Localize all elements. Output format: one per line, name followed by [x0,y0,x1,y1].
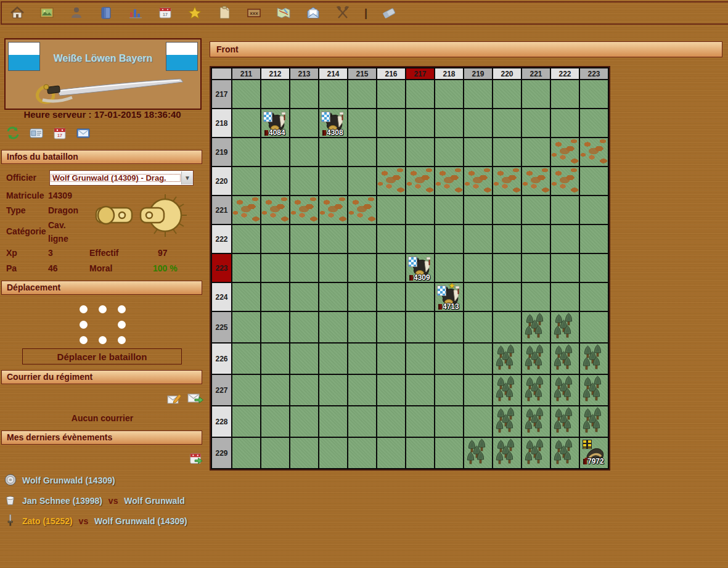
map-cell-226-214[interactable] [319,343,348,374]
map-cell-224-222[interactable] [550,282,579,311]
map-cell-217-215[interactable] [348,80,377,109]
calendar-icon[interactable]: 17 [157,5,173,21]
map-cell-226-220[interactable] [493,343,521,374]
map-cell-222-223[interactable] [579,224,608,253]
event-text[interactable]: Wolf Grunwald (14309) [22,475,115,485]
mail-icon[interactable] [305,5,321,21]
map-cell-229-220[interactable] [493,437,521,469]
map-cell-219-220[interactable] [493,138,521,167]
unit-4713[interactable]: ★4713 [435,283,463,311]
map-cell-219-223[interactable] [579,138,608,167]
map-cell-218-216[interactable] [377,109,406,138]
map-cell-217-217[interactable] [406,80,435,109]
map-cell-225-213[interactable] [290,311,319,343]
map-cell-221-214[interactable] [319,196,348,224]
unit-7972[interactable]: 7972 [580,438,608,466]
map-cell-219-216[interactable] [377,138,406,167]
event-text[interactable]: Wolf Grunwald (14309) [94,516,187,526]
map-cell-228-211[interactable] [232,406,261,437]
map-cell-223-220[interactable] [493,253,521,282]
map-cell-225-221[interactable] [521,311,550,343]
map-cell-219-211[interactable] [232,138,261,167]
chevron-down-icon[interactable]: ▼ [181,171,193,184]
map-cell-220-214[interactable] [319,167,348,196]
map-cell-226-215[interactable] [348,343,377,374]
map-cell-229-221[interactable] [521,437,550,469]
map-cell-217-214[interactable] [319,80,348,109]
map-cell-221-223[interactable] [579,196,608,224]
map-cell-220-222[interactable] [550,167,579,196]
calendar-export-icon[interactable] [189,451,203,466]
map-cell-227-220[interactable] [493,374,521,406]
map-cell-220-218[interactable] [435,167,464,196]
map-cell-224-216[interactable] [377,282,406,311]
map-cell-223-223[interactable] [579,253,608,282]
map-cell-226-216[interactable] [377,343,406,374]
map-cell-218-220[interactable] [493,109,521,138]
map-cell-221-220[interactable] [493,196,521,224]
map-cell-229-217[interactable] [406,437,435,469]
map-cell-225-212[interactable] [261,311,290,343]
map-cell-225-214[interactable] [319,311,348,343]
map-cell-228-213[interactable] [290,406,319,437]
map-cell-227-221[interactable] [521,374,550,406]
map-cell-225-215[interactable] [348,311,377,343]
map-cell-226-218[interactable] [435,343,464,374]
map-cell-219-213[interactable] [290,138,319,167]
map-cell-228-217[interactable] [406,406,435,437]
map-icon[interactable] [276,5,292,21]
envelope-icon[interactable] [75,125,91,141]
direction-dot-w[interactable] [80,321,88,329]
map-cell-229-222[interactable] [550,437,579,469]
map-cell-218-218[interactable] [435,109,464,138]
map-cell-224-217[interactable] [406,282,435,311]
map-cell-228-223[interactable] [579,406,608,437]
map-cell-220-223[interactable] [579,167,608,196]
map-cell-221-213[interactable] [290,196,319,224]
refresh-icon[interactable] [5,125,21,141]
map-cell-225-223[interactable] [579,311,608,343]
map-cell-219-222[interactable] [550,138,579,167]
map-cell-223-215[interactable] [348,253,377,282]
map-cell-222-219[interactable] [464,224,493,253]
map-cell-217-222[interactable] [550,80,579,109]
unit-4308[interactable]: 4308 [319,109,347,137]
map-cell-229-218[interactable] [435,437,464,469]
map-cell-222-214[interactable] [319,224,348,253]
map-cell-223-214[interactable] [319,253,348,282]
map-cell-218-211[interactable] [232,109,261,138]
map-cell-224-218[interactable]: ★4713 [435,282,464,311]
map-cell-223-219[interactable] [464,253,493,282]
direction-dot-ne[interactable] [118,305,126,313]
map-cell-220-215[interactable] [348,167,377,196]
map-cell-218-219[interactable] [464,109,493,138]
map-cell-225-211[interactable] [232,311,261,343]
map-cell-219-214[interactable] [319,138,348,167]
map-cell-229-223[interactable]: 7972 [579,437,608,469]
map-cell-219-217[interactable] [406,138,435,167]
map-cell-223-213[interactable] [290,253,319,282]
map-cell-219-221[interactable] [521,138,550,167]
map-cell-221-215[interactable] [348,196,377,224]
map-cell-221-217[interactable] [406,196,435,224]
map-cell-223-212[interactable] [261,253,290,282]
map-cell-217-219[interactable] [464,80,493,109]
map-cell-223-217[interactable]: 4309 [406,253,435,282]
calendar-icon[interactable]: 17 [52,125,68,141]
event-text[interactable]: Wolf Grunwald [124,496,185,506]
map-cell-220-221[interactable] [521,167,550,196]
map-cell-225-218[interactable] [435,311,464,343]
map-cell-227-216[interactable] [377,374,406,406]
map-cell-222-217[interactable] [406,224,435,253]
map-cell-225-222[interactable] [550,311,579,343]
direction-dot-e[interactable] [118,321,126,329]
censored-icon[interactable]: xxx [246,5,262,21]
map-cell-226-211[interactable] [232,343,261,374]
map-cell-228-215[interactable] [348,406,377,437]
compose-mail-icon[interactable] [166,391,182,406]
map-cell-219-219[interactable] [464,138,493,167]
map-cell-218-212[interactable]: 4084 [261,109,290,138]
map-cell-224-212[interactable] [261,282,290,311]
map-cell-224-214[interactable] [319,282,348,311]
map-cell-220-216[interactable] [377,167,406,196]
